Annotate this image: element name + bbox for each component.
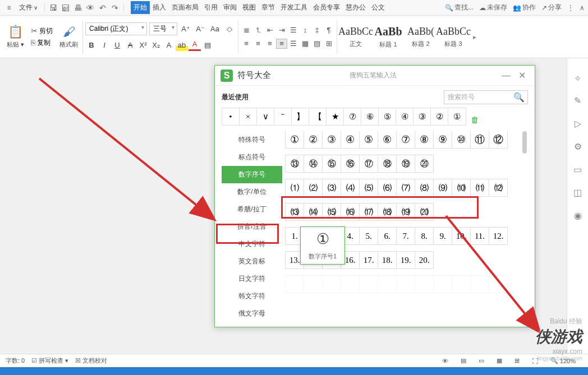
style-normal[interactable]: AaBbCc正文 xyxy=(339,20,372,54)
symbol-cell[interactable]: ⑳ xyxy=(415,155,434,173)
outline-icon[interactable]: ☰ xyxy=(288,25,299,35)
symbol-cell[interactable]: ⒁ xyxy=(304,203,323,221)
recent-symbol[interactable]: × xyxy=(240,108,257,125)
symbol-cell[interactable]: 6. xyxy=(378,227,397,245)
symbol-cell[interactable]: ⑲ xyxy=(396,155,415,173)
category-item[interactable]: 标点符号 xyxy=(222,149,282,166)
view-print-icon[interactable]: ⊞ xyxy=(514,357,520,364)
style-heading3[interactable]: AaBbCc标题 3 xyxy=(437,20,470,54)
spellcheck-toggle[interactable]: ☑ 拼写检查 ▾ xyxy=(31,357,68,365)
symbol-cell[interactable]: 10. xyxy=(452,227,471,245)
size-select[interactable]: 三号 xyxy=(149,22,177,35)
copy-button[interactable]: ⎘复制 xyxy=(29,38,55,48)
select-icon[interactable]: ▷ xyxy=(575,118,581,129)
symbol-cell[interactable]: ⑤ xyxy=(359,131,378,149)
symbol-cell[interactable]: ⒂ xyxy=(322,203,341,221)
symbol-cell[interactable]: 8. xyxy=(415,227,434,245)
search-button[interactable]: 🔍 查找... xyxy=(445,3,474,12)
dialog-titlebar[interactable]: S 符号大全 搜狗五笔输入法 — ✕ xyxy=(215,66,535,86)
symbol-cell[interactable]: ⑦ xyxy=(396,131,415,149)
symbol-cell[interactable]: 20. xyxy=(415,251,434,269)
close-icon[interactable]: ✕ xyxy=(515,70,529,81)
folder-icon[interactable]: ▭ xyxy=(573,164,582,175)
symbol-cell[interactable]: ⒀ xyxy=(285,203,304,221)
save-icon[interactable]: 🖫 xyxy=(47,3,59,12)
more-icon[interactable]: ⋮ xyxy=(567,4,574,12)
format-painter-button[interactable]: 🖌 格式刷 xyxy=(57,24,80,50)
symbol-cell[interactable]: 5. xyxy=(359,227,378,245)
font-select[interactable]: Calibri (正文) xyxy=(85,22,147,35)
align-center-icon[interactable]: ≡ xyxy=(252,39,264,49)
shrink-font-icon[interactable]: A⁻ xyxy=(194,22,206,35)
symbol-cell[interactable]: 11. xyxy=(470,227,489,245)
symbol-cell[interactable]: ⑵ xyxy=(304,179,323,197)
symbol-cell[interactable]: ⑨ xyxy=(433,131,452,149)
highlight-button[interactable]: ab xyxy=(176,39,188,51)
clear-format-icon[interactable]: ◇ xyxy=(223,22,236,35)
symbol-cell[interactable]: ⑸ xyxy=(359,179,378,197)
unsaved-indicator[interactable]: ☁ 未保存 xyxy=(479,3,507,12)
collab-button[interactable]: 👥 协作 xyxy=(513,3,536,12)
sort-icon[interactable]: ↕ xyxy=(300,25,311,35)
symbol-cell[interactable]: ⑴ xyxy=(285,179,304,197)
align-right-icon[interactable]: ≡ xyxy=(264,39,275,49)
save-as-icon[interactable]: 🗟 xyxy=(59,3,72,12)
category-item[interactable]: 特殊符号 xyxy=(222,131,282,149)
search-icon[interactable]: 🔍 xyxy=(513,92,525,103)
shading-icon[interactable]: ▨ xyxy=(311,39,323,49)
symbol-cell[interactable]: ⑯ xyxy=(341,155,360,173)
reading-mode-icon[interactable]: 👁 xyxy=(442,358,448,364)
proofread-button[interactable]: ☒ 文档校对 xyxy=(75,357,107,365)
symbol-cell[interactable]: ⒃ xyxy=(341,203,360,221)
tab-layout[interactable]: 页面布局 xyxy=(169,1,201,14)
recent-symbol[interactable]: 【 xyxy=(309,108,327,125)
help-icon[interactable]: ◉ xyxy=(574,210,582,221)
symbol-cell[interactable]: 7. xyxy=(396,227,415,245)
symbol-cell[interactable]: ② xyxy=(304,131,323,149)
style-heading1[interactable]: AaBb标题 1 xyxy=(372,20,405,54)
italic-button[interactable]: I xyxy=(98,39,111,51)
symbol-cell[interactable]: ④ xyxy=(341,131,360,149)
recent-symbol[interactable]: ∨ xyxy=(257,108,274,125)
symbol-cell[interactable]: ⑥ xyxy=(378,131,397,149)
category-item[interactable]: 拼音/注音 xyxy=(222,218,282,235)
number-list-icon[interactable]: ⒈ xyxy=(252,25,264,35)
redo-icon[interactable]: ↷ xyxy=(109,3,121,12)
recent-symbol[interactable]: • xyxy=(222,108,240,125)
symbol-cell[interactable]: ⑶ xyxy=(322,179,341,197)
recent-symbol[interactable]: ① xyxy=(448,108,466,125)
symbol-cell[interactable]: ⑼ xyxy=(433,179,452,197)
category-item[interactable]: 韩文字符 xyxy=(222,288,282,305)
styles-more-icon[interactable]: ▸ xyxy=(473,33,476,41)
share-button[interactable]: ↗ 分享 xyxy=(541,3,562,12)
category-item[interactable]: 希腊/拉丁 xyxy=(222,201,282,218)
line-spacing-icon[interactable]: ‡ xyxy=(311,25,323,35)
symbol-cell[interactable]: ⑱ xyxy=(378,155,397,173)
underline-button[interactable]: U xyxy=(111,39,123,51)
symbol-cell[interactable]: ⑿ xyxy=(489,179,508,197)
minimize-icon[interactable]: — xyxy=(497,71,515,81)
category-item[interactable]: 俄文字母 xyxy=(222,305,282,322)
subscript-button[interactable]: X₂ xyxy=(150,39,162,51)
category-item[interactable]: 日文字符 xyxy=(222,270,282,288)
symbol-cell[interactable]: ⑺ xyxy=(396,179,415,197)
recent-symbol[interactable]: ˇ xyxy=(274,108,292,125)
nav-icon[interactable]: ◫ xyxy=(573,187,582,198)
symbol-cell[interactable]: 9. xyxy=(433,227,452,245)
undo-icon[interactable]: ↶ xyxy=(97,3,109,12)
recent-symbol[interactable]: ⑦ xyxy=(344,108,361,125)
view-outline-icon[interactable]: ▤ xyxy=(461,357,466,364)
strike-button[interactable]: A xyxy=(124,39,136,51)
category-item[interactable]: 数字/单位 xyxy=(222,183,282,201)
category-item[interactable]: 数字序号 xyxy=(222,166,282,183)
cut-button[interactable]: ✂剪切 xyxy=(29,26,55,36)
pen-icon[interactable]: ✎ xyxy=(574,95,581,106)
symbol-cell[interactable]: 19. xyxy=(396,251,415,269)
symbol-cell[interactable]: ⒇ xyxy=(415,203,434,221)
zoom-value[interactable]: 🔍 120% xyxy=(550,357,576,364)
symbol-cell[interactable]: ⒆ xyxy=(396,203,415,221)
style-heading2[interactable]: AaBb(标题 2 xyxy=(405,20,437,54)
align-left-icon[interactable]: ≡ xyxy=(241,39,252,49)
symbol-cell[interactable]: ⒄ xyxy=(359,203,378,221)
tab-gongwen[interactable]: 公文 xyxy=(369,1,388,14)
